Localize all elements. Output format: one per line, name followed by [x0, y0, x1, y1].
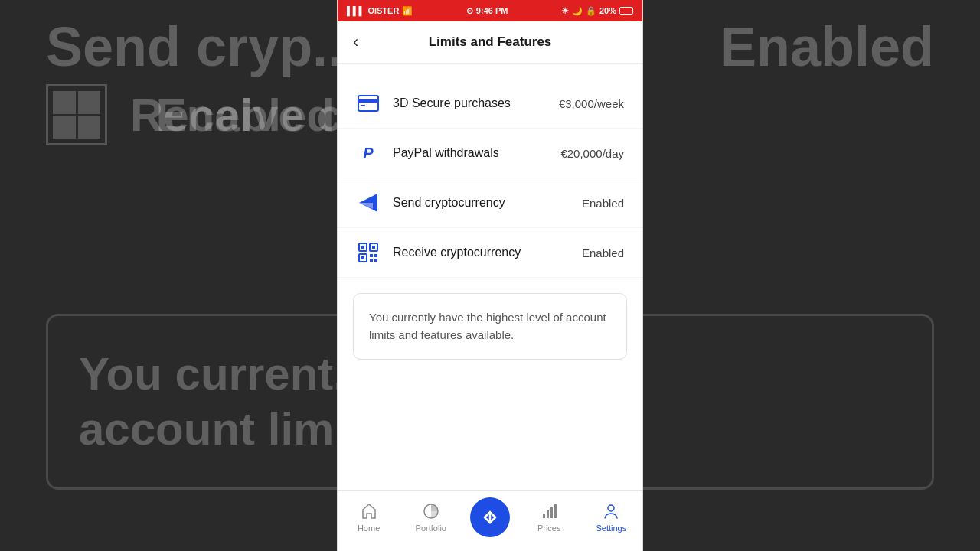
- feature-row-paypal: P PayPal withdrawals €20,000/day: [338, 129, 642, 178]
- status-left: ▌▌▌ OISTER 📶: [347, 6, 413, 16]
- svg-rect-6: [361, 246, 364, 249]
- feature-row-send-crypto: Send cryptocurrency Enabled: [338, 178, 642, 228]
- nav-trade-button[interactable]: [470, 497, 510, 537]
- feature-receive-crypto-label: Receive cryptocurrency: [393, 246, 570, 259]
- back-button[interactable]: ‹: [353, 34, 358, 51]
- feature-row-receive-crypto: Receive cryptocurrency Enabled: [338, 228, 642, 278]
- settings-person-icon: [602, 502, 620, 520]
- sun-icon: ☀: [561, 6, 569, 16]
- phone-screen: ▌▌▌ OISTER 📶 ⊙ 9:46 PM ☀ 🌙 🔒 20% ‹ Limit…: [337, 0, 643, 551]
- status-right: ☀ 🌙 🔒 20%: [561, 6, 633, 16]
- send-crypto-icon: [356, 191, 381, 215]
- paypal-icon: P: [356, 141, 381, 165]
- status-bar: ▌▌▌ OISTER 📶 ⊙ 9:46 PM ☀ 🌙 🔒 20%: [338, 0, 642, 21]
- nav-item-home[interactable]: Home: [346, 502, 392, 533]
- signal-icon: ▌▌▌: [347, 6, 364, 15]
- nav-item-settings[interactable]: Settings: [588, 502, 634, 533]
- feature-3d-secure-label: 3D Secure purchases: [393, 96, 547, 110]
- nav-item-prices[interactable]: Prices: [526, 502, 572, 533]
- moon-icon: 🌙: [572, 6, 583, 16]
- svg-rect-10: [361, 256, 364, 259]
- svg-rect-0: [358, 96, 378, 111]
- location-icon: ⊙: [466, 6, 473, 16]
- nav-item-portfolio[interactable]: Portfolio: [408, 502, 454, 533]
- page-title: Limits and Features: [429, 34, 552, 50]
- bg-top-right-text: Enabled: [720, 15, 934, 78]
- bottom-nav: Home Portfolio: [338, 490, 642, 551]
- receive-crypto-icon: [356, 240, 381, 265]
- time-display: 9:46 PM: [476, 6, 508, 15]
- feature-paypal-label: PayPal withdrawals: [393, 146, 548, 160]
- carrier-name: OISTER: [368, 6, 399, 15]
- bg-top-left-text: Send cryp...: [46, 15, 358, 78]
- svg-rect-2: [361, 105, 365, 106]
- feature-send-crypto-label: Send cryptocurrency: [393, 196, 570, 210]
- svg-rect-16: [543, 514, 545, 518]
- battery-level: 20%: [599, 6, 616, 15]
- svg-point-20: [608, 505, 614, 511]
- battery-icon: [619, 7, 633, 15]
- info-text: You currently have the highest level of …: [369, 309, 611, 344]
- nav-home-label: Home: [358, 523, 380, 533]
- svg-rect-14: [374, 259, 377, 262]
- home-icon: [360, 502, 378, 520]
- svg-rect-12: [374, 254, 377, 257]
- portfolio-icon: [422, 502, 440, 520]
- lock-icon: 🔒: [586, 6, 596, 16]
- info-box: You currently have the highest level of …: [353, 293, 627, 360]
- card-icon: [356, 91, 381, 116]
- feature-3d-secure-value: €3,000/week: [559, 97, 624, 110]
- main-content: 3D Secure purchases €3,000/week P PayPal…: [338, 64, 642, 490]
- feature-paypal-value: €20,000/day: [560, 147, 624, 160]
- wifi-icon: 📶: [402, 6, 413, 16]
- svg-rect-11: [370, 254, 373, 257]
- svg-rect-19: [554, 504, 557, 518]
- svg-rect-1: [358, 99, 378, 103]
- prices-icon: [540, 502, 558, 520]
- feature-row-3d-secure: 3D Secure purchases €3,000/week: [338, 79, 642, 129]
- svg-rect-8: [372, 246, 375, 249]
- nav-prices-label: Prices: [537, 523, 561, 533]
- nav-settings-label: Settings: [596, 523, 626, 533]
- svg-rect-17: [547, 510, 549, 518]
- status-center: ⊙ 9:46 PM: [466, 6, 508, 16]
- svg-rect-18: [550, 507, 553, 518]
- svg-rect-13: [370, 259, 373, 262]
- feature-receive-crypto-value: Enabled: [582, 246, 624, 259]
- nav-portfolio-label: Portfolio: [416, 523, 446, 533]
- page-header: ‹ Limits and Features: [338, 21, 642, 64]
- feature-send-crypto-value: Enabled: [582, 197, 624, 210]
